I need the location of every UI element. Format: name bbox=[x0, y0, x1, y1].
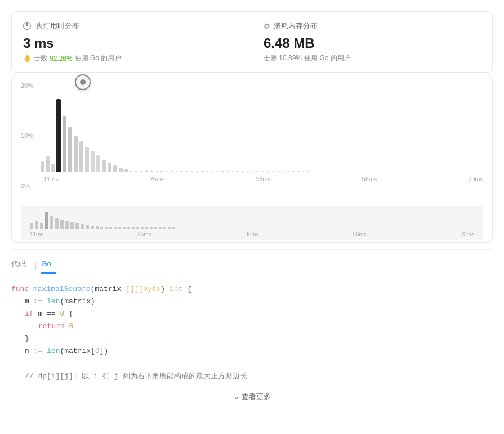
mini-bar bbox=[132, 227, 135, 229]
y-label-0: 0% bbox=[21, 182, 33, 189]
matrix-bracket: (matrix[ bbox=[60, 345, 95, 357]
stats-row: 执行用时分布 3 ms 🤚 击败 92.26% 使用 Go 的用户 ⚙ 消耗内存… bbox=[11, 11, 493, 73]
type-return: int bbox=[170, 283, 182, 296]
slider-handle-inner bbox=[80, 79, 86, 85]
bar bbox=[171, 171, 173, 172]
mini-bar bbox=[81, 224, 84, 229]
mini-bar bbox=[96, 226, 99, 229]
code-if-brace: { bbox=[64, 308, 73, 320]
mini-bar bbox=[45, 212, 48, 229]
bar bbox=[297, 171, 300, 172]
bar bbox=[113, 165, 117, 172]
mini-bar bbox=[172, 227, 175, 229]
builtin-len: len bbox=[47, 296, 60, 308]
bar bbox=[201, 171, 203, 172]
y-axis: 20% 10% 0% bbox=[21, 82, 33, 206]
num-idx0: 0 bbox=[95, 345, 100, 357]
memory-value: 6.48 MB bbox=[264, 35, 481, 51]
memory-sub-text: 使用 Go 的用户 bbox=[304, 53, 351, 63]
code-line-blank bbox=[11, 358, 493, 370]
mini-bar bbox=[118, 227, 121, 229]
bar bbox=[108, 163, 111, 172]
view-more-label: 查看更多 bbox=[242, 392, 271, 402]
code-if-cond: m == bbox=[34, 308, 60, 320]
type-param: [][]byte bbox=[126, 283, 160, 296]
mini-bar bbox=[105, 227, 108, 229]
bar bbox=[231, 171, 234, 172]
code-tab-go[interactable]: Go bbox=[41, 257, 55, 274]
bar bbox=[155, 171, 158, 172]
bar bbox=[74, 136, 78, 172]
x-label-25ms: 25ms bbox=[150, 176, 165, 182]
view-more-button[interactable]: ⌄ 查看更多 bbox=[11, 385, 493, 404]
bar bbox=[277, 171, 279, 172]
section-divider bbox=[11, 249, 493, 250]
bar bbox=[302, 171, 305, 172]
num-ret0: 0 bbox=[69, 320, 74, 333]
bar bbox=[287, 171, 289, 172]
mini-bar bbox=[60, 220, 64, 229]
chevron-down-icon: ⌄ bbox=[233, 392, 239, 401]
slider-handle[interactable] bbox=[75, 74, 91, 90]
bar bbox=[79, 141, 83, 172]
bar bbox=[124, 169, 128, 172]
bar bbox=[96, 155, 100, 172]
bar bbox=[85, 147, 89, 172]
kw-if: if bbox=[25, 308, 34, 320]
mini-bar bbox=[109, 227, 112, 229]
bar bbox=[166, 171, 168, 172]
bar bbox=[145, 170, 148, 172]
code-line-comment: // dp[i][j]: 以 i 行 j 列为右下角所能构成的最大正方形边长 bbox=[11, 370, 493, 383]
mini-bar bbox=[163, 227, 166, 229]
mini-x-36ms: 36ms bbox=[245, 231, 258, 238]
kw-func: func bbox=[11, 283, 33, 296]
code-line-5: } bbox=[11, 333, 493, 345]
bar bbox=[216, 171, 218, 172]
mini-chart: 11ms 25ms 36ms 56ms 70ms bbox=[21, 206, 483, 240]
bar bbox=[140, 171, 142, 172]
mini-bar bbox=[55, 218, 59, 229]
bar bbox=[63, 116, 66, 172]
bar bbox=[176, 171, 178, 172]
mini-bar bbox=[159, 227, 162, 229]
bar bbox=[102, 160, 106, 172]
chart-container: 20% 10% 0% bbox=[11, 75, 493, 243]
memory-title-text: 消耗内存分布 bbox=[274, 21, 318, 31]
bars-wrapper bbox=[41, 82, 483, 172]
code-block: func maximalSquare(matrix [][]byte) int … bbox=[11, 281, 493, 385]
num-0: 0 bbox=[60, 308, 64, 320]
memory-sub: 击败 10.89% 使用 Go 的用户 bbox=[264, 53, 481, 63]
bar bbox=[186, 171, 188, 172]
mini-bar bbox=[168, 227, 171, 229]
bar bbox=[257, 171, 259, 172]
var-n: n bbox=[25, 345, 29, 357]
main-chart: 20% 10% 0% bbox=[21, 82, 483, 206]
bracket-close: ]) bbox=[100, 345, 109, 357]
bar bbox=[211, 171, 213, 172]
x-label-56ms: 56ms bbox=[362, 176, 377, 182]
mini-bar bbox=[91, 226, 94, 229]
bar bbox=[46, 156, 50, 172]
time-value: 3 ms bbox=[23, 35, 240, 51]
mini-bar bbox=[65, 221, 69, 229]
mini-bar bbox=[141, 227, 144, 229]
kw-return: return bbox=[38, 320, 69, 333]
mini-bar bbox=[150, 227, 153, 229]
var-m: m bbox=[25, 296, 29, 308]
bar bbox=[252, 171, 254, 172]
bar bbox=[41, 161, 44, 172]
code-line-1: func maximalSquare(matrix [][]byte) int … bbox=[11, 283, 493, 296]
mini-bar bbox=[50, 216, 53, 229]
code-line-6: n := len(matrix[0]) bbox=[11, 345, 493, 357]
memory-stat-title: ⚙ 消耗内存分布 bbox=[264, 21, 481, 31]
mini-x-25ms: 25ms bbox=[137, 231, 151, 238]
mini-bar bbox=[35, 221, 38, 229]
time-stat-card: 执行用时分布 3 ms 🤚 击败 92.26% 使用 Go 的用户 bbox=[12, 12, 252, 72]
mini-bar bbox=[154, 227, 157, 229]
builtin-len2: len bbox=[47, 345, 60, 357]
code-brace: { bbox=[182, 283, 191, 296]
code-line-4: return 0 bbox=[11, 320, 493, 333]
time-sub-highlight: 92.26% bbox=[50, 55, 73, 62]
mini-x-70ms: 70ms bbox=[461, 231, 474, 238]
bar bbox=[160, 171, 163, 172]
